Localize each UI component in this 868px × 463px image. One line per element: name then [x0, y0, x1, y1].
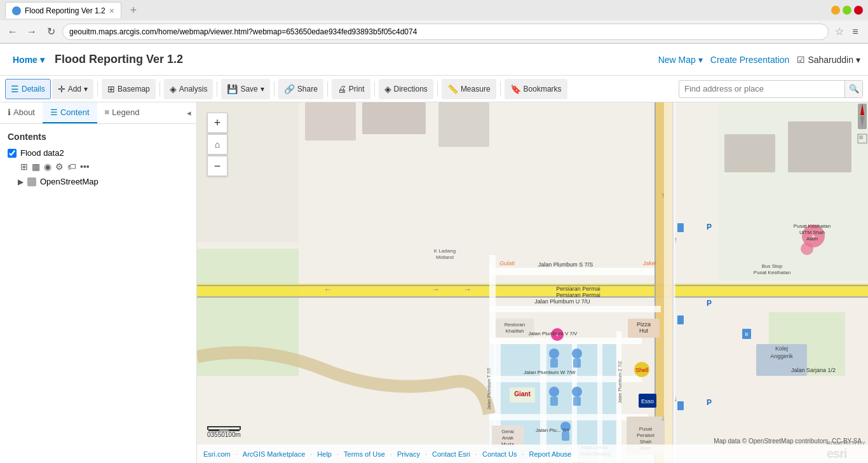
map-area[interactable]: + Kolej Anggerik B Shell Esso Pizza Hut	[197, 102, 868, 463]
svg-text:Anak: Anak	[502, 435, 514, 441]
sub-layer-name-osm: OpenStreetMap	[40, 177, 98, 186]
layer-tool-settings[interactable]: ⚙	[55, 162, 64, 172]
directions-button[interactable]: ◈ Directions	[379, 79, 433, 99]
url-bar[interactable]	[62, 24, 829, 40]
search-button[interactable]: 🔍	[844, 81, 862, 97]
svg-text:Jalan Plumbum V 7/V: Jalan Plumbum V 7/V	[529, 331, 578, 336]
scale-line: 0 35 50 100m	[207, 426, 241, 438]
add-icon: ✛	[58, 84, 65, 94]
svg-text:Gulati: Gulati	[499, 260, 515, 266]
toolbar-divider-2	[159, 81, 160, 97]
home-extent-button[interactable]: ⌂	[207, 134, 227, 155]
print-icon: 🖨	[337, 84, 346, 94]
directions-label: Directions	[394, 85, 428, 93]
share-button[interactable]: 🔗 Share	[278, 79, 323, 99]
svg-rect-11	[654, 102, 656, 463]
sidebar-content: Contents Flood data2 ⊞ ▦ ◉ ⚙ 🏷 ••• ▶ Ope…	[0, 124, 196, 463]
layer-tool-tag[interactable]: 🏷	[67, 162, 76, 172]
layer-item-flood: Flood data2	[8, 148, 189, 158]
user-menu-button[interactable]: ☑ Saharuddin ▾	[797, 55, 860, 65]
help-link[interactable]: Help	[317, 450, 332, 458]
tab-legend[interactable]: ≡ Legend	[97, 102, 147, 123]
user-arrow: ▾	[856, 55, 860, 65]
expand-arrow[interactable]: ▶	[18, 177, 24, 186]
zoom-out-button[interactable]: −	[207, 156, 227, 176]
sidebar-collapse-button[interactable]: ◂	[181, 106, 196, 121]
svg-text:↑: ↑	[661, 191, 665, 200]
contact-esri-link[interactable]: Contact Esri	[432, 450, 470, 458]
basemap-icon: ⊞	[107, 84, 115, 94]
create-presentation-button[interactable]: Create Presentation	[710, 55, 790, 65]
maximize-btn[interactable]	[843, 6, 851, 15]
close-btn[interactable]	[854, 6, 863, 15]
svg-rect-8	[197, 285, 868, 286]
measure-button[interactable]: 📏 Measure	[442, 79, 496, 99]
svg-rect-112	[677, 315, 684, 324]
svg-rect-15	[489, 306, 661, 312]
svg-point-68	[572, 387, 582, 397]
sub-layer-osm: ▶ OpenStreetMap	[18, 177, 189, 186]
tab-about[interactable]: ℹ About	[0, 102, 43, 123]
settings-button[interactable]: ≡	[848, 24, 863, 39]
forward-button[interactable]: →	[24, 24, 39, 39]
svg-text:UiTM Shah: UiTM Shah	[799, 230, 825, 235]
terms-link[interactable]: Terms of Use	[344, 450, 385, 458]
details-label: Details	[22, 85, 45, 93]
bookmarks-label: Bookmarks	[524, 85, 562, 93]
svg-text:Shell: Shell	[635, 367, 648, 373]
map-footer: Esri.com · ArcGIS Marketplace · Help · T…	[197, 445, 868, 463]
svg-text:P: P	[707, 398, 712, 407]
layer-tool-table[interactable]: ⊞	[20, 162, 28, 172]
create-presentation-label: Create Presentation	[710, 55, 790, 65]
contact-us-link[interactable]: Contact Us	[482, 450, 517, 458]
tab-close-button[interactable]: ×	[109, 6, 114, 16]
layer-checkbox-flood[interactable]	[8, 149, 17, 158]
layer-tool-grid[interactable]: ▦	[32, 162, 40, 172]
svg-text:Kolej: Kolej	[775, 345, 788, 352]
analysis-button[interactable]: ◈ Analysis	[164, 79, 214, 99]
new-map-button[interactable]: New Map ▾	[658, 55, 703, 65]
svg-text:Hut: Hut	[639, 328, 649, 334]
svg-text:Perabot: Perabot	[637, 432, 655, 438]
minimize-btn[interactable]	[831, 6, 840, 15]
toolbar-divider-3	[217, 81, 217, 97]
esri-link[interactable]: Esri.com	[203, 450, 231, 458]
back-button[interactable]: ←	[5, 24, 20, 39]
layer-tool-more[interactable]: •••	[80, 162, 90, 172]
details-button[interactable]: ☰ Details	[5, 79, 51, 99]
measure-label: Measure	[461, 85, 491, 93]
svg-rect-63	[550, 359, 558, 368]
bookmarks-button[interactable]: 🔖 Bookmarks	[505, 79, 567, 99]
tab-bar: Flood Reporting Ver 1.2 × +	[0, 0, 868, 20]
layer-tool-chart[interactable]: ◉	[44, 162, 51, 172]
home-button[interactable]: Home ▾	[8, 52, 50, 67]
svg-text:Jakel: Jakel	[642, 260, 656, 266]
new-tab-button[interactable]: +	[124, 2, 143, 18]
svg-text:K Ladang: K Ladang	[434, 248, 456, 254]
report-abuse-link[interactable]: Report Abuse	[529, 450, 571, 458]
svg-text:Anggerik: Anggerik	[770, 353, 793, 359]
svg-text:↓: ↓	[674, 394, 677, 403]
tab-content[interactable]: ☰ Content	[43, 102, 97, 123]
privacy-link[interactable]: Privacy	[397, 450, 420, 458]
reload-button[interactable]: ↻	[43, 24, 58, 39]
svg-text:B: B	[745, 331, 748, 337]
about-tab-label: About	[13, 107, 35, 117]
arcgis-marketplace-link[interactable]: ArcGIS Marketplace	[243, 450, 305, 458]
basemap-button[interactable]: ⊞ Basemap	[102, 79, 156, 99]
svg-text:Jalan Plu... 7/Y: Jalan Plu... 7/Y	[536, 427, 570, 433]
print-button[interactable]: 🖨 Print	[332, 79, 370, 99]
search-input[interactable]	[679, 84, 844, 93]
active-tab[interactable]: Flood Reporting Ver 1.2 ×	[5, 2, 121, 18]
svg-text:Persiaran Permai: Persiaran Permai	[556, 286, 600, 292]
svg-text:Persiaran Permai: Persiaran Permai	[556, 292, 600, 298]
save-button[interactable]: 💾 Save ▾	[221, 79, 269, 99]
collapse-icon: ◂	[187, 108, 191, 118]
svg-text:←: ←	[324, 285, 332, 294]
svg-text:Bus Stop: Bus Stop	[762, 263, 783, 269]
svg-text:Jalan Plumbum W 7/W: Jalan Plumbum W 7/W	[524, 370, 576, 375]
save-arrow: ▾	[261, 85, 264, 93]
add-button[interactable]: ✛ Add ▾	[52, 79, 93, 99]
zoom-in-button[interactable]: +	[207, 113, 227, 133]
bookmark-star[interactable]: ☆	[835, 25, 844, 38]
